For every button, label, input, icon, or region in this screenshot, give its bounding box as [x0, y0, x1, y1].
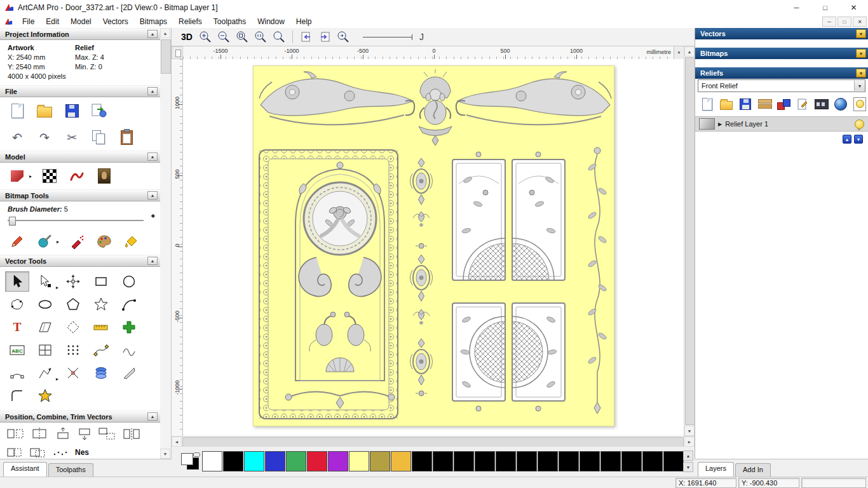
export-model-button[interactable]	[90, 102, 109, 119]
layer-visibility-bulb-icon[interactable]	[855, 119, 864, 129]
color-swatch-18[interactable]	[580, 451, 600, 471]
zoom-out-button[interactable]	[216, 29, 231, 44]
flood-fill-button[interactable]	[122, 233, 141, 250]
collapse-bitmap-button[interactable]: ▲	[147, 191, 158, 200]
open-relief-layer-button[interactable]	[719, 97, 733, 111]
collapse-model-button[interactable]: ▲	[147, 152, 158, 161]
new-sheet-button[interactable]	[796, 97, 810, 111]
vector-tool-knife[interactable]	[117, 363, 141, 383]
color-swatch-5[interactable]	[307, 451, 327, 471]
color-swatch-12[interactable]	[454, 451, 474, 471]
palette-scroll-up-button[interactable]: ▲	[683, 451, 693, 461]
mdi-restore-button[interactable]: □	[837, 17, 851, 27]
color-swatch-4[interactable]	[286, 451, 306, 471]
bitmaps-expand-button[interactable]: ▼	[856, 49, 866, 58]
vector-tool-spin[interactable]	[89, 363, 113, 383]
menu-file[interactable]: File	[17, 16, 40, 27]
vector-tool-block-copy[interactable]	[61, 340, 85, 360]
color-swatch-1[interactable]	[223, 451, 243, 471]
scrollbar-thumb[interactable]	[161, 39, 171, 74]
redo-button[interactable]: ↷	[35, 128, 54, 146]
toggle-all-visibility-button[interactable]	[853, 97, 867, 111]
move-down-button[interactable]	[76, 427, 93, 443]
menu-window[interactable]: Window	[252, 16, 290, 27]
scrollbar-thumb[interactable]	[685, 57, 695, 425]
vector-tool-arc-edit[interactable]	[5, 363, 29, 383]
color-swatch-11[interactable]	[433, 451, 453, 471]
vector-tool-join[interactable]: ▸	[33, 363, 57, 383]
vectors-header[interactable]: Vectors ▼	[695, 28, 868, 39]
color-swatch-21[interactable]	[642, 451, 663, 471]
palette-scroll-down-button[interactable]: ▼	[683, 462, 693, 472]
vector-tool-circle[interactable]	[117, 271, 141, 292]
save-model-button[interactable]	[62, 102, 81, 119]
vector-tool-node-edit[interactable]: ▸	[33, 271, 57, 292]
menu-edit[interactable]: Edit	[40, 16, 65, 27]
vector-tool-ellipse[interactable]	[33, 294, 57, 315]
reliefs-expand-button[interactable]: ▼	[856, 69, 866, 78]
mdi-close-button[interactable]: ✕	[853, 17, 867, 27]
color-swatch-22[interactable]	[663, 451, 684, 471]
vector-tool-wrap-star[interactable]	[33, 386, 57, 406]
merge-layers-button[interactable]	[757, 97, 771, 111]
menu-bitmaps[interactable]: Bitmaps	[134, 16, 173, 27]
collapse-vector-button[interactable]: ▲	[147, 257, 158, 265]
vector-tool-rectangle[interactable]	[89, 271, 113, 292]
color-swatch-15[interactable]	[517, 451, 537, 471]
2d-view-canvas[interactable]	[183, 59, 684, 436]
color-swatch-19[interactable]	[600, 451, 621, 471]
paste-button[interactable]	[117, 128, 136, 146]
paint-pencil-button[interactable]	[8, 233, 27, 250]
assistant-scrollbar[interactable]: ▲ ▼	[160, 28, 172, 459]
tab-assistant[interactable]: Assistant	[3, 462, 47, 477]
combine-button-2[interactable]	[29, 447, 46, 458]
tab-layers[interactable]: Layers	[698, 462, 734, 477]
vector-tool-polyline[interactable]	[5, 294, 29, 315]
new-relief-layer-button[interactable]	[700, 97, 714, 111]
align-left-button[interactable]	[6, 427, 25, 443]
vector-tool-create-polyline[interactable]	[61, 317, 85, 337]
next-view-button[interactable]	[317, 29, 332, 44]
zoom-previous-button[interactable]	[336, 29, 351, 44]
color-swatch-17[interactable]	[559, 451, 579, 471]
color-swatch-6[interactable]	[328, 451, 348, 471]
vector-tool-arc[interactable]	[117, 294, 141, 315]
color-swatch-2[interactable]	[244, 451, 264, 471]
snap-corner-button[interactable]	[98, 427, 117, 443]
menu-model[interactable]: Model	[65, 16, 97, 27]
color-swatch-0[interactable]	[202, 451, 222, 471]
combo-dropdown-button[interactable]: ▼	[854, 81, 865, 91]
primary-color-swatch[interactable]	[181, 453, 193, 465]
line-width-widget[interactable]	[363, 37, 412, 37]
vector-tool-text-block[interactable]: ABC	[5, 340, 29, 360]
zoom-object-button[interactable]	[234, 29, 250, 44]
draw-button[interactable]	[35, 233, 54, 250]
arrange-blocks-button[interactable]	[776, 97, 790, 111]
scroll-down-button[interactable]: ▼	[160, 449, 170, 459]
model-export-button[interactable]	[8, 167, 27, 185]
collapse-file-button[interactable]: ▲	[147, 87, 158, 95]
brush-diameter-slider[interactable]: ◆	[8, 215, 144, 226]
vector-tool-select[interactable]	[5, 271, 29, 292]
vector-tool-trim[interactable]	[61, 363, 85, 383]
image-button[interactable]	[95, 167, 114, 185]
save-relief-layer-button[interactable]	[738, 97, 752, 111]
expand-layer-icon[interactable]: ▶	[718, 121, 722, 127]
scroll-up-button[interactable]: ▲	[160, 28, 170, 38]
color-swatch-14[interactable]	[496, 451, 516, 471]
palette-button[interactable]	[95, 233, 114, 250]
scrollbar-thumb[interactable]	[182, 437, 684, 447]
close-button[interactable]: ✕	[839, 0, 868, 15]
mdi-minimize-button[interactable]: ─	[822, 17, 836, 27]
tab-add-in[interactable]: Add In	[735, 463, 771, 477]
color-swatch-3[interactable]	[265, 451, 285, 471]
vector-tool-add[interactable]	[117, 317, 141, 337]
vectors-expand-button[interactable]: ▼	[856, 29, 866, 38]
maximize-button[interactable]: □	[811, 0, 839, 15]
greyscale-preview-button[interactable]	[40, 167, 59, 185]
menu-toolpaths[interactable]: Toolpaths	[208, 16, 252, 27]
color-swatch-8[interactable]	[370, 451, 390, 471]
vector-tool-polygon[interactable]	[61, 294, 85, 315]
zoom-fit-button[interactable]	[271, 29, 287, 44]
vector-tool-star[interactable]	[89, 294, 113, 315]
